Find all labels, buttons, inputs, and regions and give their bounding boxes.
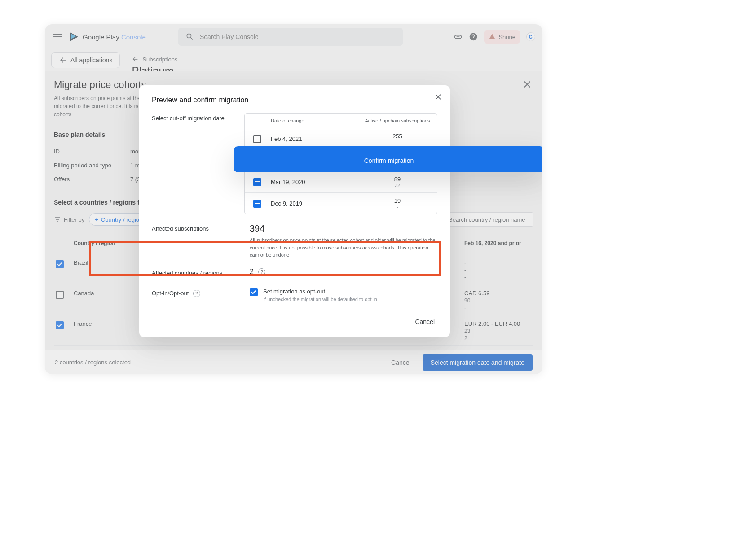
opt-check-label: Set migration as opt-out [263,288,377,295]
close-icon[interactable] [434,92,443,101]
date-row[interactable]: Mar 19, 20208932 [245,171,437,193]
opt-label: Opt-in/Opt-out ? [152,288,242,302]
modal-cancel-button[interactable]: Cancel [412,315,437,329]
date-checkbox[interactable] [253,178,261,186]
app-window: Google Play Console Shrine G All applica… [45,24,542,374]
affected-subs-label: Affected subscriptions [152,223,242,259]
affected-regions-value: 2 [250,268,254,276]
affected-subs-value: 394 [250,223,437,234]
affected-regions-label: Affected countries / regions [152,268,242,276]
opt-out-checkbox[interactable] [250,288,258,296]
date-checkbox[interactable] [253,135,261,143]
preview-confirm-modal: Preview and confirm migration Select cut… [139,85,450,337]
affected-subs-desc: All subscribers on price points at the s… [250,236,437,259]
help-icon[interactable]: ? [193,290,200,297]
date-checkbox[interactable] [253,200,261,208]
cutoff-label: Select cut-off migration date [152,113,236,214]
opt-hint: If unchecked the migration will be defau… [263,297,377,302]
modal-title: Preview and confirm migration [152,96,437,104]
help-icon[interactable]: ? [258,268,265,276]
date-row[interactable]: Dec 9, 201919- [245,193,437,214]
confirm-migration-button[interactable]: Confirm migration [234,146,542,172]
